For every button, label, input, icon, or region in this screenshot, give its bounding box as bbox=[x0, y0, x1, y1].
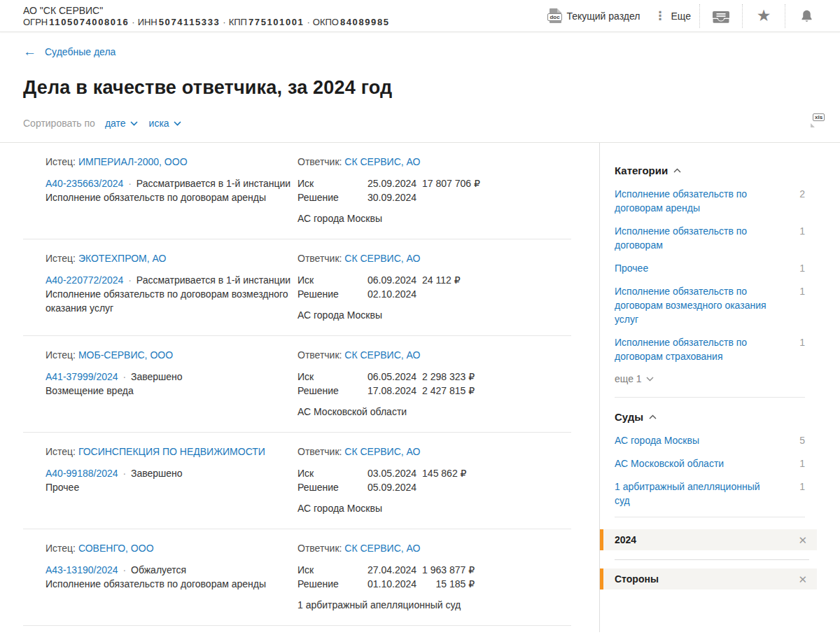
header-separator bbox=[785, 4, 785, 28]
chip-divider bbox=[615, 559, 809, 560]
favorites-button[interactable]: ★ bbox=[744, 8, 783, 24]
sort-by-claim-dropdown[interactable]: иска bbox=[149, 118, 181, 129]
courts-section-header[interactable]: Суды bbox=[615, 411, 805, 423]
close-icon[interactable]: ✕ bbox=[798, 535, 807, 545]
show-more-categories-link[interactable]: еще 1 bbox=[615, 373, 654, 384]
case-item: Истец: МОБ-СЕРВИС, ООО А41-37999/2024 · … bbox=[0, 336, 599, 433]
sidebar-divider bbox=[615, 517, 805, 517]
claim-label: Иск bbox=[298, 176, 368, 190]
case-number-link[interactable]: А40-220772/2024 bbox=[46, 274, 123, 286]
reg-value: 1105074008016 bbox=[49, 17, 129, 27]
header-separator bbox=[742, 4, 743, 28]
plaintiff-label: Истец: bbox=[46, 349, 76, 361]
case-item: Истец: СОВЕНГО, ООО А43-13190/2024 · Обж… bbox=[0, 529, 599, 626]
category-filter-item: Исполнение обязательств по договорам стр… bbox=[615, 335, 805, 363]
category-filter-link[interactable]: Исполнение обязательств по договорам bbox=[615, 224, 774, 252]
defendant-label: Ответчик: bbox=[298, 349, 342, 361]
court-filter-link[interactable]: АС города Москвы bbox=[615, 433, 774, 447]
more-menu-button[interactable]: ⋮ Еще bbox=[648, 10, 699, 22]
plaintiff-label: Истец: bbox=[46, 156, 76, 167]
sidebar-divider bbox=[615, 397, 805, 398]
courts-list: АС города Москвы 5 АС Московской области… bbox=[615, 433, 805, 508]
case-right-column: Ответчик: СК СЕРВИС, АО Иск 25.09.2024 1… bbox=[298, 155, 599, 225]
category-filter-link[interactable]: Прочее bbox=[615, 261, 774, 275]
claim-date: 25.09.2024 bbox=[368, 176, 422, 190]
defendant-link[interactable]: СК СЕРВИС, АО bbox=[344, 446, 420, 457]
claim-amount: 24 112 ₽ bbox=[422, 273, 461, 287]
categories-section-header[interactable]: Категории bbox=[615, 165, 805, 176]
case-item: Истец: ГОСИНСПЕКЦИЯ ПО НЕДВИЖИМОСТИ А40-… bbox=[0, 433, 599, 529]
claim-amount: 2 298 323 ₽ bbox=[422, 370, 475, 384]
category-filter-link[interactable]: Исполнение обязательств по договорам аре… bbox=[615, 187, 774, 215]
reg-label: ИНН bbox=[138, 17, 158, 27]
category-count: 2 bbox=[799, 187, 805, 201]
star-icon: ★ bbox=[757, 8, 771, 24]
court-filter-link[interactable]: 1 арбитражный апелляционный суд bbox=[615, 480, 774, 508]
plaintiff-link[interactable]: ГОСИНСПЕКЦИЯ ПО НЕДВИЖИМОСТИ bbox=[78, 446, 265, 457]
plaintiff-link[interactable]: ЭКОТЕХПРОМ, АО bbox=[78, 253, 167, 264]
back-link[interactable]: ← Судебные дела bbox=[23, 45, 115, 58]
show-more-label: еще 1 bbox=[615, 373, 642, 384]
category-filter-link[interactable]: Исполнение обязательств по договорам стр… bbox=[615, 335, 774, 363]
reg-separator: · bbox=[132, 17, 134, 27]
filter-chip-parties: Стороны ✕ bbox=[600, 568, 817, 589]
defendant-link[interactable]: СК СЕРВИС, АО bbox=[344, 253, 420, 264]
decision-label: Решение bbox=[298, 577, 368, 591]
case-right-column: Ответчик: СК СЕРВИС, АО Иск 03.05.2024 1… bbox=[298, 445, 599, 515]
court-count: 1 bbox=[799, 480, 805, 494]
case-left-column: Истец: СОВЕНГО, ООО А43-13190/2024 · Обж… bbox=[46, 541, 292, 612]
court-name: АС города Москвы bbox=[298, 211, 599, 225]
claim-date: 06.09.2024 bbox=[368, 273, 422, 287]
inbox-tray-icon bbox=[712, 9, 730, 23]
filter-chip-label: 2024 bbox=[615, 534, 636, 545]
filter-chip-label: Стороны bbox=[615, 573, 659, 585]
plaintiff-link[interactable]: СОВЕНГО, ООО bbox=[78, 543, 154, 554]
bell-icon bbox=[799, 8, 814, 24]
chevron-up-icon bbox=[673, 168, 681, 173]
case-number-link[interactable]: А40-99188/2024 bbox=[46, 468, 118, 479]
case-number-link[interactable]: А41-37999/2024 bbox=[46, 371, 118, 382]
close-icon[interactable]: ✕ bbox=[798, 574, 807, 585]
claim-date: 03.05.2024 bbox=[368, 466, 422, 480]
inbox-tray-button[interactable] bbox=[701, 9, 741, 23]
reg-label: ОКПО bbox=[313, 17, 339, 27]
court-filter-link[interactable]: АС Московской области bbox=[615, 456, 774, 470]
categories-title: Категории bbox=[615, 165, 668, 176]
case-right-column: Ответчик: СК СЕРВИС, АО Иск 06.05.2024 2… bbox=[298, 348, 599, 419]
decision-amount bbox=[422, 190, 480, 204]
courts-title: Суды bbox=[615, 411, 643, 423]
case-number-link[interactable]: А40-235663/2024 bbox=[46, 178, 123, 189]
case-left-column: Истец: МОБ-СЕРВИС, ООО А41-37999/2024 · … bbox=[46, 348, 292, 419]
chevron-down-icon bbox=[646, 377, 654, 382]
case-left-column: Истец: ЭКОТЕХПРОМ, АО А40-220772/2024 · … bbox=[46, 251, 292, 322]
page-head: ← Судебные дела Дела в качестве ответчик… bbox=[0, 32, 840, 133]
plaintiff-link[interactable]: МОБ-СЕРВИС, ООО bbox=[78, 349, 173, 361]
chevron-down-icon bbox=[174, 121, 181, 126]
defendant-link[interactable]: СК СЕРВИС, АО bbox=[344, 349, 420, 361]
notifications-button[interactable] bbox=[787, 8, 826, 24]
category-filter-item: Исполнение обязательств по договорам 1 bbox=[615, 224, 805, 252]
category-filter-link[interactable]: Исполнение обязательств по договорам воз… bbox=[615, 284, 774, 326]
company-header: АО "СК СЕРВИС" ОГРН1105074008016·ИНН5074… bbox=[0, 0, 840, 32]
case-number-link[interactable]: А43-13190/2024 bbox=[46, 564, 118, 575]
plaintiff-link[interactable]: ИМПЕРИАЛ-2000, ООО bbox=[78, 156, 188, 167]
court-name: 1 арбитражный апелляционный суд bbox=[298, 598, 599, 612]
categories-list: Исполнение обязательств по договорам аре… bbox=[615, 187, 805, 363]
case-divider bbox=[23, 625, 571, 626]
kebab-menu-icon: ⋮ bbox=[654, 10, 666, 22]
claim-decision-table: Иск 06.05.2024 2 298 323 ₽ Решение 17.08… bbox=[298, 370, 475, 398]
defendant-link[interactable]: СК СЕРВИС, АО bbox=[344, 156, 420, 167]
claim-date: 06.05.2024 bbox=[368, 370, 422, 384]
plaintiff-label: Истец: bbox=[46, 253, 76, 264]
dot-separator: · bbox=[128, 178, 132, 189]
claim-date: 27.04.2024 bbox=[368, 563, 422, 577]
defendant-link[interactable]: СК СЕРВИС, АО bbox=[344, 543, 420, 554]
current-section-button[interactable]: doc Текущий раздел bbox=[542, 8, 647, 23]
defendant-label: Ответчик: bbox=[298, 446, 342, 457]
claim-decision-table: Иск 03.05.2024 145 862 ₽ Решение 05.09.2… bbox=[298, 466, 466, 494]
claim-amount: 1 963 877 ₽ bbox=[422, 563, 475, 577]
sort-by-date-dropdown[interactable]: дате bbox=[105, 118, 138, 129]
defendant-label: Ответчик: bbox=[298, 253, 342, 264]
category-count: 1 bbox=[799, 335, 805, 349]
decision-amount bbox=[422, 287, 461, 301]
